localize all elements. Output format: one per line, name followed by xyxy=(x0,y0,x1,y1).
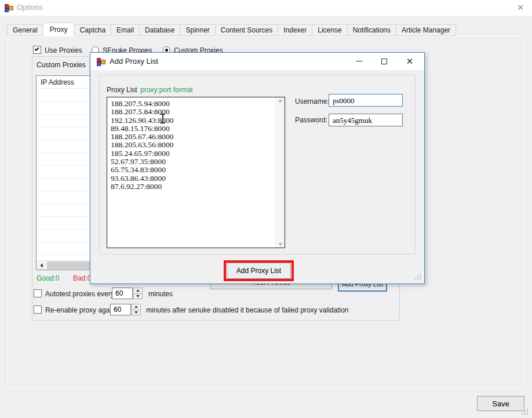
reenable-minutes-stepper xyxy=(110,304,141,315)
use-proxies-checkbox[interactable] xyxy=(33,46,41,54)
custom-proxies-section-label: Custom Proxies xyxy=(37,61,86,69)
options-window: Options ✕ General Proxy Captcha Email Da… xyxy=(0,0,532,418)
use-proxies-label: Use Proxies xyxy=(45,46,82,54)
tab-license[interactable]: License xyxy=(312,24,347,36)
window-title: Options xyxy=(17,3,43,12)
autotest-suffix-label: minutes xyxy=(148,290,173,298)
good-count-label: Good:0 xyxy=(37,274,59,282)
window-titlebar[interactable]: Options ✕ xyxy=(0,0,532,16)
autotest-minutes-stepper xyxy=(112,288,143,299)
scroll-up-arrow-icon[interactable] xyxy=(276,99,285,102)
tab-strip: General Proxy Captcha Email Database Spi… xyxy=(7,23,456,36)
autotest-label: Autotest proxies every xyxy=(45,290,114,298)
password-label: Password: xyxy=(295,116,327,124)
radio-dot-icon xyxy=(165,49,168,52)
reenable-minutes-input[interactable] xyxy=(110,304,131,315)
red-highlight-box xyxy=(224,260,294,281)
autotest-minutes-input[interactable] xyxy=(112,288,133,299)
tab-indexer[interactable]: Indexer xyxy=(278,24,312,36)
bad-count-label: Bad:0 xyxy=(73,274,91,282)
username-field[interactable] xyxy=(329,94,403,107)
tab-database[interactable]: Database xyxy=(139,24,180,36)
checkmark-icon xyxy=(35,46,39,51)
tab-spinner[interactable]: Spinner xyxy=(180,24,215,36)
stepper-down-icon[interactable] xyxy=(132,310,141,316)
proxy-list-label: Proxy List xyxy=(107,86,137,94)
tab-article-manager[interactable]: Article Manager xyxy=(396,24,456,36)
vertical-scrollbar[interactable] xyxy=(275,97,285,248)
proxy-list-text: 188.207.5.94:8000 188.207.5.84:8000 192.… xyxy=(111,100,273,246)
close-icon[interactable]: ✕ xyxy=(511,0,530,15)
text-cursor xyxy=(161,114,165,123)
dialog-app-icon xyxy=(97,57,106,66)
stepper-up-icon[interactable] xyxy=(132,304,141,310)
dialog-close-icon[interactable]: ✕ xyxy=(398,53,422,70)
tab-content-sources[interactable]: Content Sources xyxy=(215,24,278,36)
format-hint-label: proxy:port format xyxy=(140,86,193,94)
add-proxy-list-dialog: Add Proxy List ✕ Proxy List proxy:port f… xyxy=(90,52,425,284)
reenable-checkbox[interactable] xyxy=(34,306,42,314)
tab-general[interactable]: General xyxy=(7,24,43,36)
tab-proxy[interactable]: Proxy xyxy=(43,23,75,36)
scroll-left-arrow-icon[interactable] xyxy=(37,261,46,270)
scroll-down-arrow-icon[interactable] xyxy=(276,243,285,246)
username-label: Username: xyxy=(295,97,329,106)
autotest-checkbox[interactable] xyxy=(34,289,42,297)
maximize-icon[interactable] xyxy=(372,53,396,70)
tab-captcha[interactable]: Captcha xyxy=(74,24,111,36)
reenable-label: Re-enable proxy again xyxy=(45,306,115,314)
password-field[interactable] xyxy=(329,114,403,126)
dialog-titlebar[interactable]: Add Proxy List ✕ xyxy=(90,53,424,70)
dialog-title: Add Proxy List xyxy=(110,57,158,66)
stepper-down-icon[interactable] xyxy=(133,294,143,300)
tab-email[interactable]: Email xyxy=(111,24,140,36)
stepper-up-icon[interactable] xyxy=(133,288,143,294)
minimize-icon[interactable] xyxy=(347,53,371,70)
reenable-suffix-label: minutes after senuke disabled it because… xyxy=(146,306,349,314)
proxy-list-textarea[interactable]: 188.207.5.94:8000 188.207.5.84:8000 192.… xyxy=(107,97,285,248)
tab-notifications[interactable]: Notifications xyxy=(347,24,396,36)
window-resize-grip[interactable] xyxy=(527,413,528,415)
save-button[interactable]: Save xyxy=(477,396,524,411)
dialog-resize-grip[interactable] xyxy=(420,278,421,279)
app-icon xyxy=(5,3,14,12)
